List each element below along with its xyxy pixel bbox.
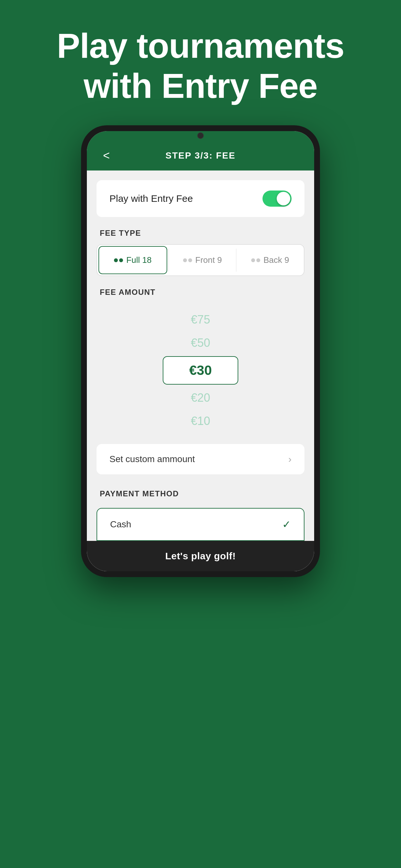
toggle-card: Play with Entry Fee	[96, 180, 305, 217]
fee-type-front9[interactable]: Front 9	[169, 245, 236, 275]
back9-dots	[251, 258, 260, 262]
fee-type-full18[interactable]: Full 18	[98, 246, 167, 274]
payment-method-cash[interactable]: Cash ✓	[96, 508, 305, 541]
custom-amount-row[interactable]: Set custom ammount ›	[96, 444, 305, 474]
front9-dots	[183, 258, 192, 262]
bottom-bar: Let's play golf!	[87, 541, 314, 571]
front9-label: Front 9	[195, 255, 222, 265]
dot4	[188, 258, 192, 262]
screen-body: Play with Entry Fee FEE TYPE Full 18	[87, 170, 314, 571]
payment-method-section-label: PAYMENT METHOD	[87, 477, 314, 505]
fee-amount-10[interactable]: €10	[172, 411, 229, 431]
dot5	[251, 258, 255, 262]
full18-dots	[114, 258, 123, 262]
custom-amount-label: Set custom ammount	[110, 454, 195, 464]
toggle-label: Play with Entry Fee	[110, 193, 193, 204]
entry-fee-toggle[interactable]	[263, 190, 291, 207]
fee-type-row: Full 18 Front 9	[96, 244, 305, 276]
dot2	[119, 258, 123, 262]
fee-type-back9[interactable]: Back 9	[236, 245, 304, 275]
fee-type-section-label: FEE TYPE	[87, 217, 314, 244]
phone-camera	[197, 132, 204, 139]
fee-amount-30[interactable]: €30	[163, 356, 238, 384]
screen-title: STEP 3/3: FEE	[166, 151, 236, 161]
hero-title: Play tournaments with Entry Fee	[31, 0, 370, 125]
full18-label: Full 18	[126, 255, 151, 265]
phone-screen: < STEP 3/3: FEE Play with Entry Fee FEE …	[87, 131, 314, 571]
fee-amount-75[interactable]: €75	[172, 310, 229, 330]
lets-play-golf-button[interactable]: Let's play golf!	[165, 551, 236, 561]
back-button[interactable]: <	[103, 149, 110, 162]
dot6	[256, 258, 260, 262]
payment-cash-label: Cash	[110, 519, 131, 530]
phone-wrapper: < STEP 3/3: FEE Play with Entry Fee FEE …	[0, 125, 401, 577]
fee-amount-50[interactable]: €50	[172, 333, 229, 353]
fee-amount-container: €75 €50 €30 €20 €10	[87, 303, 314, 441]
dot1	[114, 258, 118, 262]
chevron-right-icon: ›	[288, 454, 291, 465]
fee-amount-20[interactable]: €20	[172, 388, 229, 408]
fee-amount-section-label: FEE AMOUNT	[87, 276, 314, 303]
back9-label: Back 9	[264, 255, 289, 265]
check-icon: ✓	[282, 518, 291, 531]
toggle-knob	[277, 192, 290, 206]
phone-frame: < STEP 3/3: FEE Play with Entry Fee FEE …	[81, 125, 320, 577]
dot3	[183, 258, 187, 262]
